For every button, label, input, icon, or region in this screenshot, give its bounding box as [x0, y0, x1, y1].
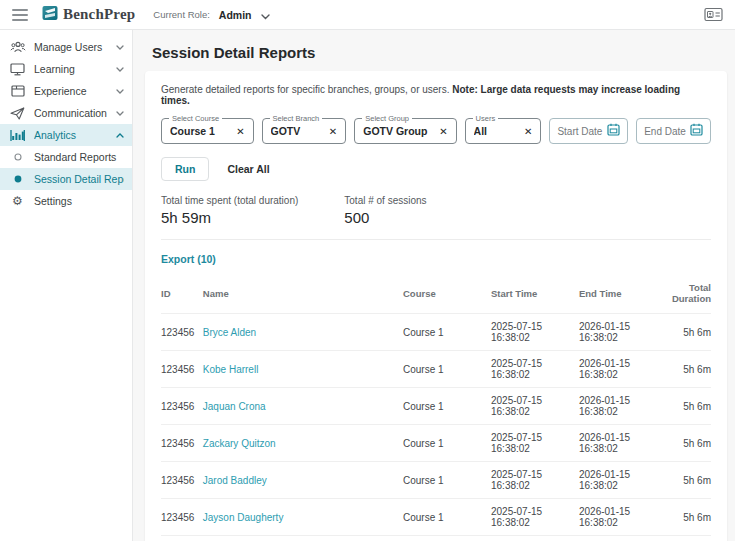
cell-course: Course 1: [403, 388, 491, 425]
stat-total-time-value: 5h 59m: [161, 209, 298, 226]
start-date-field[interactable]: Start Date: [549, 118, 628, 144]
cell-duration: 5h 6m: [661, 388, 711, 425]
stat-total-sessions: Total # of sessions 500: [344, 195, 426, 226]
cell-duration: 5h 6m: [661, 314, 711, 351]
sidebar-item-manage-users[interactable]: Manage Users: [0, 36, 132, 58]
user-name-link[interactable]: Zackary Quitzon: [203, 438, 276, 449]
sidebar-item-label: Standard Reports: [34, 151, 124, 163]
benchprep-logo-icon: [42, 5, 58, 25]
sidebar-item-communication[interactable]: Communication: [0, 102, 132, 124]
cell-duration: 5h 6m: [661, 351, 711, 388]
users-label: Users: [473, 114, 499, 123]
cell-name: Jarod Baddley: [203, 462, 403, 499]
paper-plane-icon: [9, 107, 26, 120]
user-name-link[interactable]: Jarod Baddley: [203, 475, 267, 486]
start-date-placeholder: Start Date: [557, 126, 607, 137]
export-link[interactable]: Export (10): [161, 253, 216, 265]
table-row: 123456Jarod BaddleyCourse 12025-07-15 16…: [161, 462, 711, 499]
select-branch-field[interactable]: Select Branch GOTV ✕: [262, 118, 347, 144]
cell-course: Course 1: [403, 499, 491, 536]
select-branch-value: GOTV: [271, 125, 323, 137]
sidebar-item-label: Learning: [34, 63, 112, 75]
sidebar-nav: Manage UsersLearningExperienceCommunicat…: [0, 30, 133, 541]
sidebar-item-standard-reports[interactable]: Standard Reports: [0, 146, 132, 168]
cell-name: Antonietta Hodkiewicz: [203, 536, 403, 541]
select-course-value: Course 1: [170, 125, 230, 137]
cell-end-time: 2026-01-15 16:38:02: [579, 314, 662, 351]
cell-start-time: 2025-07-15 16:38:02: [491, 351, 579, 388]
sidebar-item-label: Communication: [34, 107, 112, 119]
sidebar-item-label: Manage Users: [34, 41, 112, 53]
select-group-value: GOTV Group: [363, 125, 433, 137]
users-field[interactable]: Users All ✕: [465, 118, 542, 144]
filter-bar: Select Course Course 1 ✕ Select Branch G…: [161, 118, 711, 144]
cell-id: 123456: [161, 425, 203, 462]
user-name-link[interactable]: Jaquan Crona: [203, 401, 266, 412]
users-value: All: [474, 125, 518, 137]
gear-icon: ⚙: [9, 195, 26, 207]
stat-total-sessions-value: 500: [344, 209, 426, 226]
cell-id: 123456: [161, 351, 203, 388]
main-content: Session Detail Reports Generate detailed…: [134, 30, 735, 541]
cell-duration: 5h 6m: [661, 499, 711, 536]
select-course-label: Select Course: [169, 114, 222, 123]
cell-end-time: 2026-01-15 16:38:02: [579, 351, 662, 388]
cell-start-time: 2025-07-15 16:38:02: [491, 388, 579, 425]
cell-id: 123456: [161, 499, 203, 536]
sidebar-item-label: Settings: [34, 195, 124, 207]
cell-start-time: 2025-07-15 16:38:02: [491, 499, 579, 536]
id-card-icon[interactable]: [704, 7, 723, 22]
clear-branch-icon[interactable]: ✕: [329, 126, 337, 137]
run-button[interactable]: Run: [161, 157, 209, 181]
hamburger-menu-icon[interactable]: [12, 6, 28, 24]
calendar-icon[interactable]: [690, 122, 703, 140]
sidebar-item-analytics[interactable]: Analytics: [0, 124, 132, 146]
sidebar-item-label: Analytics: [34, 129, 112, 141]
clear-all-button[interactable]: Clear All: [227, 163, 269, 175]
sidebar-item-settings[interactable]: ⚙Settings: [0, 190, 132, 212]
cell-end-time: 2026-01-15 16:38:02: [579, 499, 662, 536]
calendar-icon[interactable]: [607, 122, 620, 140]
clear-group-icon[interactable]: ✕: [439, 126, 447, 137]
sidebar-item-session-detail-reports[interactable]: Session Detail Reports: [0, 168, 132, 190]
select-group-field[interactable]: Select Group GOTV Group ✕: [354, 118, 456, 144]
cell-course: Course 1: [403, 351, 491, 388]
sidebar-item-label: Session Detail Reports: [34, 173, 124, 185]
clear-users-icon[interactable]: ✕: [524, 126, 532, 137]
cell-duration: 5h 6m: [661, 425, 711, 462]
user-name-link[interactable]: Jayson Daugherty: [203, 512, 284, 523]
summary-stats: Total time spent (total duration) 5h 59m…: [161, 195, 711, 240]
table-row: 123456Kobe HarrellCourse 12025-07-15 16:…: [161, 351, 711, 388]
current-role-selector[interactable]: Current Role: Admin: [153, 6, 269, 24]
cell-start-time: 2025-07-15 16:38:02: [491, 462, 579, 499]
sidebar-item-experience[interactable]: Experience: [0, 80, 132, 102]
user-name-link[interactable]: Bryce Alden: [203, 327, 256, 338]
current-role-value: Admin: [219, 9, 252, 21]
select-course-field[interactable]: Select Course Course 1 ✕: [161, 118, 254, 144]
circle-outline-icon: [9, 153, 26, 161]
cell-course: Course 1: [403, 536, 491, 541]
sidebar-item-label: Experience: [34, 85, 112, 97]
cell-course: Course 1: [403, 314, 491, 351]
chevron-up-icon: [116, 133, 124, 138]
column-header-end-time: End Time: [579, 274, 662, 314]
stat-total-sessions-label: Total # of sessions: [344, 195, 426, 206]
end-date-field[interactable]: End Date: [636, 118, 711, 144]
cell-end-time: 2026-01-15 16:38:02: [579, 462, 662, 499]
cell-name: Zackary Quitzon: [203, 425, 403, 462]
cell-name: Jayson Daugherty: [203, 499, 403, 536]
table-row: 123456Zackary QuitzonCourse 12025-07-15 …: [161, 425, 711, 462]
cell-id: 123456: [161, 536, 203, 541]
end-date-placeholder: End Date: [644, 126, 690, 137]
select-group-label: Select Group: [362, 114, 412, 123]
cell-id: 123456: [161, 314, 203, 351]
user-name-link[interactable]: Kobe Harrell: [203, 364, 259, 375]
benchprep-logo[interactable]: BenchPrep: [42, 5, 135, 25]
window-icon: [9, 85, 26, 97]
cell-end-time: 2026-01-15 16:38:02: [579, 425, 662, 462]
chevron-down-icon: [116, 67, 124, 72]
chevron-down-icon: [116, 45, 124, 50]
clear-course-icon[interactable]: ✕: [236, 126, 244, 137]
report-card: Generate detailed reports for specific b…: [145, 71, 727, 541]
sidebar-item-learning[interactable]: Learning: [0, 58, 132, 80]
